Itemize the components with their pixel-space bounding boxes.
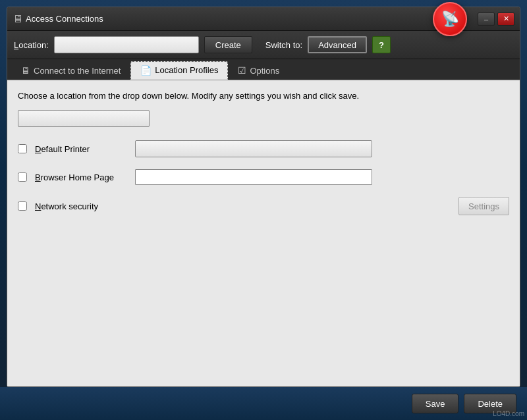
location-label: Location: [14, 40, 49, 50]
tab-options-label: Options [250, 66, 279, 76]
app-logo: 📡 [433, 2, 467, 36]
tab-bar: 🖥 Connect to the Internet 📄 Location Pro… [7, 59, 520, 80]
bottom-bar: Save Delete [0, 387, 527, 420]
network-security-row: Network security Settings [18, 197, 509, 215]
location-select[interactable] [54, 36, 199, 53]
network-security-checkbox[interactable] [18, 201, 27, 211]
tab-connect-internet[interactable]: 🖥 Connect to the Internet [11, 61, 130, 80]
app-icon: 🖥 [13, 13, 23, 25]
watermark: LO4D.com [493, 410, 524, 417]
advanced-button[interactable]: Advanced [308, 36, 367, 53]
settings-grid: Default Printer Browser Home Page Networ… [18, 140, 509, 215]
default-printer-row: Default Printer [18, 140, 509, 157]
content-description: Choose a location from the drop down bel… [18, 91, 509, 101]
content-area: Choose a location from the drop down bel… [7, 80, 520, 386]
location-dropdown-row [18, 110, 509, 127]
create-button[interactable]: Create [204, 36, 252, 53]
tab-profiles-label: Location Profiles [155, 65, 218, 75]
tab-connect-label: Connect to the Internet [34, 66, 121, 76]
network-security-label: Network security [35, 201, 127, 211]
toolbar: Location: Create Switch to: Advanced ? [7, 31, 520, 59]
options-tab-icon: ☑ [238, 65, 246, 76]
switch-to-label: Switch to: [265, 40, 302, 50]
location-profile-select[interactable] [18, 110, 150, 127]
help-button[interactable]: ? [372, 36, 391, 53]
window-title: Access Connections [26, 14, 103, 24]
wifi-icon: 📡 [441, 11, 459, 28]
network-settings-button[interactable]: Settings [458, 197, 509, 215]
connect-tab-icon: 🖥 [21, 65, 30, 76]
minimize-button[interactable]: – [478, 13, 495, 26]
default-printer-select[interactable] [135, 140, 372, 157]
close-button[interactable]: ✕ [497, 13, 514, 26]
profiles-tab-icon: 📄 [140, 65, 152, 76]
browser-home-row: Browser Home Page [18, 169, 509, 185]
main-window: 🖥 Access Connections 📡 – ✕ Location: Cre… [7, 7, 520, 387]
window-controls: – ✕ [478, 13, 514, 26]
title-bar: 🖥 Access Connections 📡 – ✕ [7, 7, 520, 31]
default-printer-label: Default Printer [35, 144, 127, 154]
default-printer-checkbox[interactable] [18, 144, 27, 153]
browser-home-label: Browser Home Page [35, 172, 127, 182]
save-button[interactable]: Save [412, 394, 459, 413]
browser-home-input[interactable] [135, 169, 372, 185]
tab-location-profiles[interactable]: 📄 Location Profiles [130, 61, 228, 80]
browser-home-checkbox[interactable] [18, 172, 27, 182]
tab-options[interactable]: ☑ Options [228, 61, 289, 80]
